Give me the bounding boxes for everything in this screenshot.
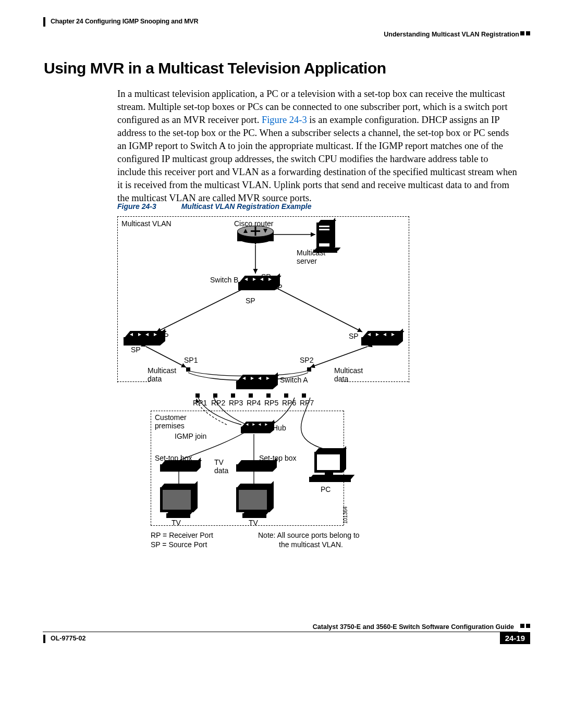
rp-label: RP4 [247,399,261,407]
rp-label: RP7 [300,399,314,407]
footer-rule [43,632,518,632]
rp-label: RP3 [229,399,243,407]
port-icon [195,393,200,398]
footer-rule-vbar [43,635,45,643]
figure-id: 101364 [342,507,348,524]
hub-label: Hub [273,424,286,432]
multicast-data-label: Multicast data [334,366,363,383]
port-icon [266,393,271,398]
switch-icon [236,379,273,391]
port-icon [186,367,190,372]
switch-icon [238,280,275,292]
sp1-label: SP1 [184,356,198,364]
sp2-label: SP2 [300,356,313,364]
legend-rp: RP = Receiver Port [151,531,213,539]
igmp-join-label: IGMP join [175,432,206,440]
svg-line-2 [156,289,242,332]
switch-a-label: Switch A [280,376,308,384]
settop-box-icon [236,463,273,475]
page-number: 24-19 [500,632,530,644]
tv-data-label: TV data [214,458,228,475]
sp-label: SP [246,297,255,305]
port-icon [284,393,288,398]
customer-premises-label: Customer premises [155,413,187,430]
tv-icon [236,487,274,521]
figure-reference-link[interactable]: Figure 24-3 [262,115,307,125]
hub-icon [241,425,270,435]
switch-b-label: Switch B [210,276,238,284]
tv-icon [160,487,198,521]
header-dot-icon [520,31,524,35]
multicast-data-label: Multicast data [148,366,176,383]
router-icon [237,226,274,250]
diagram: Multicast VLAN Cisco router Multicast se… [117,216,409,560]
rp-label: RP6 [282,399,296,407]
port-icon [249,393,253,398]
page: Chapter 24 Configuring IGMP Snooping and… [0,0,563,728]
switch-icon [124,335,160,348]
footer-dot-icon [520,624,524,628]
footer-doc-number: OL-9775-02 [51,635,85,642]
legend-note: Note: All source ports belong to [258,531,360,539]
port-icon [307,367,311,372]
legend-note: the multicast VLAN. [279,540,343,549]
header-rule [43,17,45,27]
rp-label: RP1 [193,399,207,407]
sp-label: SP [349,332,359,340]
header-section: Understanding Multicast VLAN Registratio… [384,31,519,38]
switch-icon [361,335,398,348]
server-icon [316,223,338,254]
body-text-b: is an example configuration. DHCP assign… [117,115,517,203]
footer-guide-title: Catalyst 3750-E and 3560-E Switch Softwa… [313,623,514,631]
figure-number: Figure 24-3 [117,202,156,211]
port-icon [302,393,306,398]
svg-line-5 [310,347,368,367]
pc-icon [309,452,351,488]
rp-label: RP5 [264,399,278,407]
figure-title: Multicast VLAN Registration Example [181,202,312,211]
figure-caption: Figure 24-3Multicast VLAN Registration E… [117,202,311,211]
svg-line-4 [146,347,186,367]
svg-line-3 [274,287,362,332]
multicast-vlan-label: Multicast VLAN [121,219,172,228]
header-chapter: Chapter 24 Configuring IGMP Snooping and… [51,18,198,25]
legend-sp: SP = Source Port [151,540,207,549]
body-paragraph: In a multicast television application, a… [117,88,519,205]
port-icon [231,393,235,398]
settop-box-icon [160,463,197,475]
rp-label: RP2 [211,399,225,407]
header-dot-icon [526,31,530,35]
page-title: Using MVR in a Multicast Television Appl… [44,59,386,77]
port-icon [213,393,217,398]
footer-dot-icon [526,624,530,628]
